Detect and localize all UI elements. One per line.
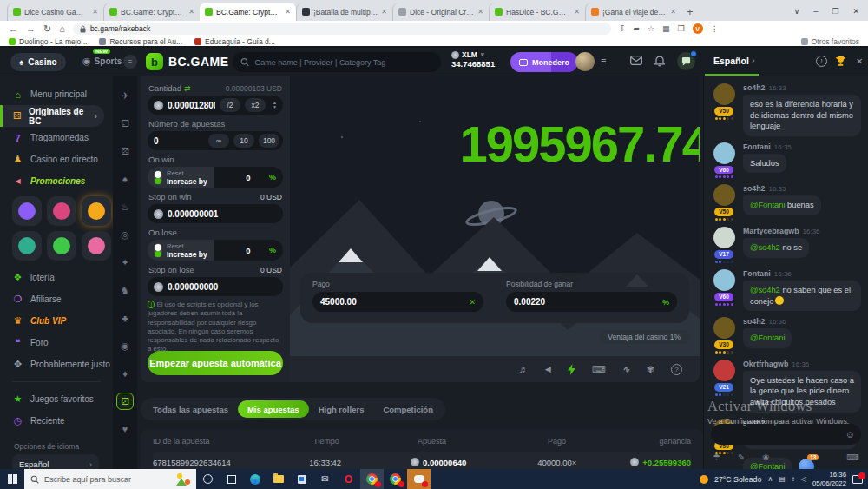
chevron-right-icon[interactable]: › [752,55,755,65]
chat-room-tab[interactable]: Español [713,56,749,66]
sidebar-item-originales-de-bc[interactable]: ⚄Originales de BC› [0,105,104,127]
strip-game-icon[interactable]: ⚄ [116,142,134,160]
other-bookmarks[interactable]: Otros favoritos [801,37,859,46]
tab-close-icon[interactable]: ✕ [285,8,291,16]
avatar[interactable] [713,269,735,291]
taskbar-search[interactable]: Escribe aquí para buscar [24,469,196,489]
promo-tile-mystery[interactable] [12,231,42,261]
forward-icon[interactable]: → [26,23,36,34]
chat-username[interactable]: so4h216:33 [743,83,861,92]
nav-collapse-icon[interactable]: ≡ [123,55,137,69]
strip-game-icon[interactable]: ♣ [116,309,134,327]
wallet-button[interactable]: Monedero [510,52,578,72]
rain-icon[interactable]: ☂ [713,453,720,462]
hotkeys-icon[interactable]: ⌨ [592,364,606,375]
weather-sun-icon[interactable] [700,475,708,484]
chat-username[interactable]: Okrtfrhagwb16:36 [743,360,861,368]
avatar[interactable] [713,360,735,381]
seed-icon[interactable]: ✾ [647,364,654,375]
seed-icon[interactable]: ❀ [762,453,769,462]
pencil-icon[interactable]: ✎ [738,453,745,462]
help-icon[interactable]: ? [671,364,682,375]
chat-toggle-icon[interactable] [677,52,695,70]
chat-close-icon[interactable]: ✕ [856,56,863,66]
edge-icon[interactable] [243,469,266,489]
sidebar-item-club-vip[interactable]: ♛Club VIP [0,310,113,332]
mail-icon[interactable]: ✉ [313,469,337,489]
win-chance-field[interactable]: 0.00220% [506,292,677,312]
weather-text[interactable]: 27°C Soleado [714,475,761,484]
back-icon[interactable]: ← [9,23,18,34]
new-tab-button[interactable]: + [687,5,694,18]
payout-field[interactable]: 45000.00✕ [312,292,483,312]
strip-game-icon[interactable]: ◎ [116,226,134,243]
sidebar-item-menu-principal[interactable]: ⌂Menu principal [0,83,113,105]
bookmark-item[interactable]: Recursos para el Au... [99,37,182,46]
tab-mis-apuestas[interactable]: Mis apuestas [238,400,309,418]
tray-expand-icon[interactable]: ∧ [767,475,773,483]
strip-game-icon[interactable]: ♞ [116,281,134,299]
on-lose-percent-field[interactable]: 0% [214,240,283,261]
minimize-button[interactable]: – [813,7,818,16]
address-bar[interactable]: bc.game/rakeback [73,23,611,35]
strip-game-icon[interactable]: ✈ [116,87,134,104]
avatar[interactable] [713,184,735,206]
bell-icon[interactable] [654,56,665,67]
bet-amount-input[interactable] [168,101,215,110]
on-win-percent-field[interactable]: 0% [214,167,283,188]
bets-count-input[interactable] [154,136,204,146]
reset-increase-toggle[interactable] [154,170,162,185]
tab-close-icon[interactable]: ✕ [670,8,676,16]
on-win-mode[interactable]: ResetIncrease by [148,167,214,188]
user-avatar[interactable] [575,52,595,71]
sound-icon[interactable]: ◀ [545,365,551,373]
double-bet-button[interactable]: x2 [245,98,266,112]
tab-close-icon[interactable]: ✕ [381,8,387,16]
taskbar-clock[interactable]: 16:3605/06/2022 [812,471,846,487]
chat-input-field[interactable]: ☺ [711,424,861,445]
bcgame-logo[interactable]: b BC.GAME [146,53,229,70]
chat-info-icon[interactable]: ! [816,56,827,67]
game-search[interactable] [233,52,441,72]
balance-selector[interactable]: XLM∨ 34.7468851 [451,50,495,69]
sidebar-item-reciente[interactable]: ◷Reciente [0,410,113,432]
browser-profile-avatar[interactable]: V [693,23,703,34]
tab-close-icon[interactable]: ✕ [188,8,194,16]
emoji-picker-icon[interactable]: ☺ [845,429,855,439]
tab-high-rollers[interactable]: High rollers [309,400,374,418]
strip-game-icon[interactable]: ♠ [116,170,134,188]
strip-game-icon[interactable]: ⚁ [116,115,134,132]
weather-widget-icon[interactable] [176,473,190,486]
half-bet-button[interactable]: /2 [220,98,240,112]
sports-toggle[interactable]: NEW◉Sports [82,56,122,67]
start-autobet-button[interactable]: Empezar apuesta automática [148,351,283,375]
restore-button[interactable]: ❐ [832,7,838,16]
sidebar-item-loteria[interactable]: ❖lotería [0,267,113,288]
tab-todas-las-apuestas[interactable]: Todas las apuestas [143,400,238,418]
trophy-icon[interactable] [835,56,846,67]
browser-tab[interactable]: ¡Gana el viaje de tu vida! – 25 a✕ [585,3,681,21]
opera-icon[interactable]: O [337,469,360,489]
chrome-icon-secondary[interactable] [384,469,407,489]
avatar[interactable] [713,83,735,105]
download-icon[interactable]: ↧ [619,24,626,33]
cortana-icon[interactable] [196,469,220,489]
strip-game-icon[interactable]: ♥ [116,420,134,438]
avatar[interactable] [713,227,735,248]
home-icon[interactable]: ⌂ [59,23,65,34]
promo-tile-spin[interactable] [12,196,42,226]
chat-username[interactable]: Fontani16:36 [743,269,861,278]
bookmark-star-icon[interactable]: ☆ [648,24,654,33]
stop-on-win-input[interactable] [168,209,279,219]
browser-tab[interactable]: HasDice - BC.GAME✕ [489,3,585,21]
side-panel-icon[interactable]: ❒ [678,24,685,33]
onedrive-icon[interactable]: ▤ [779,475,786,483]
browser-tab[interactable]: Dice - Original Crypto Games - B✕ [392,3,489,21]
browser-tab[interactable]: ¡Batalla de multiplicadores por c✕ [296,3,392,21]
tab-close-icon[interactable]: ✕ [574,8,580,16]
reload-icon[interactable]: ↻ [43,23,51,35]
hundred-bets-button[interactable]: 100 [259,134,279,148]
sidebar-item-promociones[interactable]: ◀Promociones [0,170,113,192]
sidebar-item-afiliarse[interactable]: ❍Afiliarse [0,288,113,310]
casino-toggle[interactable]: ♠Casino [10,53,66,71]
